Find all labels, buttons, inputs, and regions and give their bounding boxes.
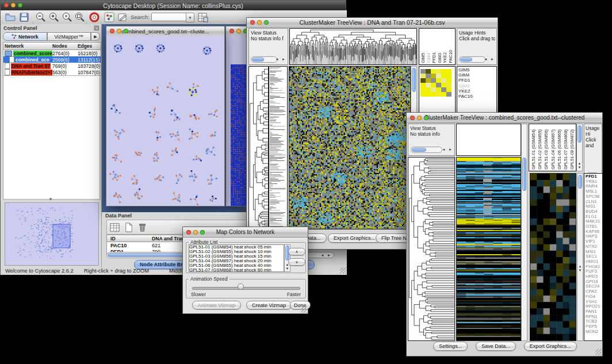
done-button[interactable]: Done	[290, 301, 311, 309]
network-row-combined-sco-selected[interactable]: combined_sco 2569(6) 13112(15)	[3, 56, 101, 63]
col-edges[interactable]: Edges	[78, 43, 101, 49]
background-network-window	[225, 26, 247, 206]
view-status-hscrollbar[interactable]	[251, 56, 277, 63]
close-button[interactable]	[110, 29, 114, 33]
speed-slider-thumb[interactable]	[238, 283, 244, 290]
attribute-list[interactable]: GPL51-01 (GSM854) heat shock 05 minGPL51…	[189, 244, 284, 272]
zoom-matrix[interactable]	[420, 69, 452, 97]
minimize-button[interactable]	[257, 20, 262, 25]
resize-grip[interactable]	[595, 349, 602, 355]
resize-grip[interactable]	[301, 306, 307, 313]
usage-hints-hscrollbar[interactable]	[459, 56, 485, 63]
column-labels-combined[interactable]: GPL51-01 (GSM854)GPL51-02 (GSM855)GPL51-…	[529, 124, 576, 171]
save-session-icon[interactable]	[18, 12, 30, 23]
row-dendrogram-box[interactable]	[408, 157, 455, 341]
heatmap-combined-vscrollbar[interactable]	[521, 124, 527, 341]
treeview-combined-titlebar[interactable]: ClusterMaker TreeView : combined_scores_…	[407, 113, 602, 123]
zoom-button[interactable]	[18, 3, 22, 7]
close-button[interactable]	[250, 20, 255, 25]
attribute-table-icon[interactable]	[197, 12, 208, 23]
zoom-out-icon[interactable]	[35, 12, 47, 23]
gene-labels-list[interactable]: PFD1YRA1RNR4MSL1SPC98CLN1NIS1BUD4ELG1MAK…	[584, 173, 603, 341]
close-button[interactable]	[4, 3, 9, 7]
map-colors-titlebar[interactable]: Map Colors to Network	[183, 227, 308, 237]
network-tab-icon	[12, 34, 17, 39]
network-tree-area[interactable]	[3, 75, 100, 200]
zoom-button[interactable]	[124, 29, 128, 33]
zoom-button[interactable]	[424, 116, 429, 120]
minimize-button[interactable]	[11, 3, 16, 7]
minimize-button[interactable]	[417, 116, 422, 120]
row-dendrogram-box[interactable]	[248, 66, 269, 229]
network-row-dna-tran[interactable]: DNA and Tran 07 769(0) 183728(0)	[3, 63, 101, 69]
zoom-button[interactable]	[200, 230, 205, 235]
zoom-fit-icon[interactable]	[74, 12, 86, 23]
minimize-button[interactable]	[117, 29, 121, 33]
minimize-button[interactable]	[193, 230, 198, 235]
splitter-handle[interactable]	[49, 198, 52, 200]
tab-network[interactable]: Network	[3, 32, 47, 41]
file-icon	[9, 56, 14, 63]
attribute-select-icon[interactable]	[109, 222, 120, 233]
minimize-button[interactable]	[236, 29, 241, 33]
export-graphics-button[interactable]: Export Graphics...	[328, 233, 381, 243]
zoom-in-icon[interactable]	[48, 12, 60, 23]
close-button[interactable]	[186, 230, 191, 235]
search-dropdown-button[interactable]: ▼	[186, 13, 194, 22]
tab-vizmapper[interactable]: VizMapper™	[47, 32, 91, 41]
search-input[interactable]	[151, 13, 187, 21]
network-overview-canvas[interactable]	[5, 203, 98, 265]
view-status-text: No status info	[410, 131, 454, 137]
network-view-titlebar[interactable]: combined_scores_good.txt--cluste...	[106, 26, 224, 36]
zoom-button[interactable]	[264, 20, 269, 25]
close-button[interactable]	[410, 116, 415, 120]
treeview-dna-titlebar[interactable]: ClusterMaker TreeView : DNA and Tran 07-…	[247, 18, 498, 28]
map-colors-dialog: Map Colors to Network Attribute List GPL…	[182, 227, 308, 314]
open-session-icon[interactable]	[5, 12, 16, 23]
new-attribute-icon[interactable]	[123, 222, 134, 233]
column-labels-vscrollbar[interactable]: ▲▼	[576, 124, 583, 171]
network-row-rnapuber[interactable]: RNAPuberNov2+! 563(0) 107847(0)	[3, 69, 101, 75]
column-dendrogram-box[interactable]	[289, 28, 417, 65]
map-colors-title: Map Colors to Network	[216, 229, 275, 235]
zoom-heatmap-box[interactable]	[530, 173, 576, 341]
tab-vizmapper-label: VizMapper™	[54, 34, 83, 40]
network-overview-box[interactable]	[5, 202, 99, 266]
network-graph-canvas[interactable]	[106, 36, 224, 206]
network-table-header[interactable]: Network Nodes Edges	[3, 43, 101, 50]
col-nodes[interactable]: Nodes	[52, 43, 78, 49]
heatmap-combined-box[interactable]	[456, 157, 521, 341]
column-labels-dna[interactable]: GIM5GIM4PFD1GIM3YKE2PAC10	[419, 28, 456, 65]
settings-button[interactable]: Settings...	[433, 342, 468, 351]
close-button[interactable]	[230, 29, 234, 33]
row-labels-strip[interactable]	[269, 66, 288, 229]
view-status-hscrollbar[interactable]	[411, 147, 442, 153]
background-window-titlebar[interactable]	[226, 26, 246, 36]
main-titlebar[interactable]: Cytoscape Desktop (Session Name: collins…	[1, 1, 346, 11]
network-row-combined-scores[interactable]: combined_scores 2764(0) 16218(0)	[3, 50, 101, 56]
export-graphics-button[interactable]: Export Graphics...	[524, 342, 577, 351]
speed-slider-track[interactable]	[192, 287, 300, 290]
save-data-button[interactable]: Save Data...	[476, 342, 516, 351]
annotation-icon[interactable]	[117, 12, 128, 23]
resize-grip[interactable]	[340, 267, 346, 274]
status-welcome: Welcome to Cytoscape 2.6.2	[5, 268, 74, 274]
dense-network-canvas[interactable]	[226, 36, 246, 206]
col-network[interactable]: Network	[3, 43, 52, 49]
help-lifesaver-icon[interactable]	[89, 12, 100, 23]
animate-vizmap-button[interactable]: Animate Vizmap	[192, 301, 241, 309]
float-panel-icon[interactable]	[94, 25, 99, 30]
view-status-text: No status info f	[251, 36, 288, 41]
create-vizmap-button[interactable]: Create Vizmap	[246, 301, 292, 309]
id-column-header[interactable]: ID	[107, 236, 152, 242]
zoom-selected-icon[interactable]	[62, 12, 73, 23]
move-up-button[interactable]: ∧	[288, 248, 305, 255]
gene-list-vscrollbar[interactable]: ▲▼	[577, 173, 583, 341]
move-down-button[interactable]: ∨	[288, 258, 305, 266]
tab-overflow-button[interactable]: ▶	[91, 32, 100, 41]
view-status-panel: View Status No status info f ◄ ►	[248, 28, 288, 65]
delete-attribute-icon[interactable]	[137, 222, 148, 233]
attribute-list-group: Attribute List GPL51-01 (GSM854) heat sh…	[186, 242, 306, 273]
heatmap-dna-box[interactable]	[289, 66, 411, 229]
network-overview-icon[interactable]	[104, 12, 115, 23]
